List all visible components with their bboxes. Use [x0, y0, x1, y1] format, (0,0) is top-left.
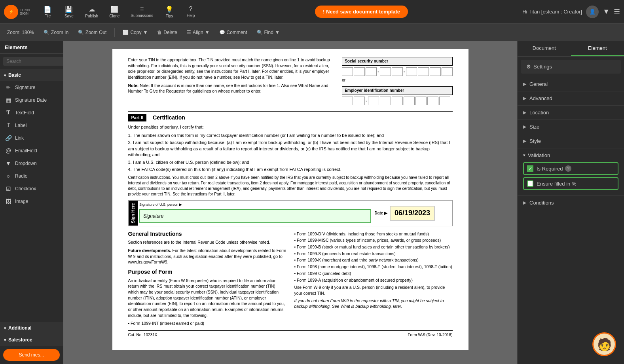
footer-left: Cat. No. 10231X [128, 332, 157, 338]
sidebar-item-radio[interactable]: ○ Radio [0, 170, 63, 182]
tin-boxes: Social security number - - [342, 57, 452, 107]
chat-bubble[interactable]: 🧑 [592, 332, 616, 356]
save-button[interactable]: 💾 Save [59, 4, 79, 20]
sidebar-item-image[interactable]: 🖼 Image [0, 195, 63, 208]
copy-button[interactable]: ⬜ Copy ▼ [119, 28, 151, 37]
logo-icon: ⚡ [4, 5, 18, 19]
date-value[interactable]: 06/19/2023 [390, 206, 435, 220]
ssn-box-4[interactable] [380, 67, 391, 76]
zoom-out-button[interactable]: 🔍 Zoom Out [75, 28, 110, 37]
conditions-section-row[interactable]: ▶ Conditions [518, 195, 624, 210]
help-icon[interactable]: ? [565, 165, 571, 172]
ssn-box-2[interactable] [354, 67, 365, 76]
size-section-row[interactable]: ▶ Size [518, 119, 624, 134]
ssn-box-3[interactable] [366, 67, 377, 76]
ein-box-5[interactable] [392, 97, 403, 105]
ein-box-6[interactable] [404, 97, 415, 105]
part2-header-row: Part II Certification [128, 114, 453, 122]
nav-right: Hi Titan [csteam : Creator] 👤 ▼ ☰ [522, 6, 620, 18]
clone-icon: ⬜ [110, 6, 118, 13]
style-section-row[interactable]: ▶ Style [518, 134, 624, 148]
ssn-box-5[interactable] [392, 67, 403, 76]
save-template-button[interactable]: ! Need save document template [315, 6, 408, 18]
location-section-row[interactable]: ▶ Location [518, 105, 624, 119]
align-button[interactable]: ☰ Align ▼ [184, 28, 213, 37]
tips-button[interactable]: 💡 Tips [159, 4, 179, 20]
sidebar-item-textfield[interactable]: T TextField [0, 106, 63, 119]
validation-section: ▾ Validation Is Required ? Ensure filled… [518, 148, 624, 195]
tips-icon: 💡 [165, 6, 173, 13]
signature-date-icon: ▦ [5, 97, 12, 103]
submissions-button[interactable]: ≡ Submissions [126, 4, 158, 19]
sign-here-label: Sign Here [129, 201, 138, 226]
ein-box-8[interactable] [427, 97, 438, 105]
sidebar-item-checkbox[interactable]: ☑ Checkbox [0, 182, 63, 195]
cert-item-1: 1. The number shown on this form is my c… [128, 133, 453, 138]
ensure-filled-checkbox[interactable] [527, 180, 533, 187]
is-required-checkbox[interactable] [527, 165, 533, 172]
document-area: Enter your TIN in the appropriate box. T… [63, 41, 517, 364]
sidebar-item-dropdown[interactable]: ▼ Dropdown [0, 157, 63, 170]
advanced-section-row[interactable]: ▶ Advanced [518, 91, 624, 105]
ein-fields: - [342, 97, 452, 105]
ein-dash: - [366, 98, 367, 104]
ssn-box-9[interactable] [442, 67, 453, 76]
additional-section-header[interactable]: ▾ Additional [0, 322, 63, 334]
ein-box-1[interactable] [342, 97, 353, 105]
clone-button[interactable]: ⬜ Clone [104, 4, 124, 20]
ein-box-4[interactable] [380, 97, 391, 105]
send-message-button[interactable]: Send mes... [3, 349, 60, 361]
validation-title: ▾ Validation [523, 152, 618, 158]
sidebar-item-label[interactable]: T Label [0, 119, 63, 132]
cert-items: 1. The number shown on this form is my c… [128, 133, 453, 173]
ein-box-9[interactable] [439, 97, 450, 105]
copy-dropdown-icon: ▼ [143, 30, 148, 35]
find-button[interactable]: 🔍 Find ▼ [254, 28, 283, 37]
ein-box-3[interactable] [368, 97, 379, 105]
ssn-fields: - - [342, 67, 452, 76]
main-area: Elements 🔍 ▾ Basic ✏ Signature ▦ Signatu… [0, 41, 624, 364]
rc-item-3: • Form 1099-S (proceeds from real estate… [294, 251, 453, 257]
basic-section-header[interactable]: ▾ Basic [0, 69, 63, 81]
sidebar-item-link[interactable]: 🔗 Link [0, 132, 63, 144]
ein-box-7[interactable] [415, 97, 427, 105]
ssn-dash-1: - [377, 68, 379, 74]
nav-menu-button[interactable]: ☰ [614, 8, 620, 16]
settings-button[interactable]: ⚙ Settings [521, 60, 621, 74]
right-sidebar: Document Element ⚙ Settings ▶ General ▶ … [517, 41, 624, 364]
delete-button[interactable]: 🗑 Delete [154, 28, 180, 37]
sidebar-item-signature-date[interactable]: ▦ Signature Date [0, 94, 63, 106]
user-info: Hi Titan [csteam : Creator] [522, 9, 582, 15]
rc-item-0: • Form 1099-DIV (dividends, including th… [294, 231, 453, 237]
salesforce-section-header[interactable]: ▾ Salesforce [0, 334, 63, 346]
zoom-out-icon: 🔍 [78, 30, 84, 35]
ssn-box-6[interactable] [406, 67, 417, 76]
tab-document[interactable]: Document [518, 41, 571, 56]
nav-dropdown-button[interactable]: ▼ [603, 8, 610, 16]
right-tabs: Document Element [518, 41, 624, 57]
ssn-box-7[interactable] [418, 67, 429, 76]
or-text: or [342, 78, 452, 83]
textfield-icon: T [5, 110, 12, 116]
tab-element[interactable]: Element [571, 41, 624, 56]
general-section-row[interactable]: ▶ General [518, 77, 624, 91]
sidebar-item-signature[interactable]: ✏ Signature [0, 81, 63, 94]
logo-text: TITAN SIGN [20, 8, 30, 15]
ein-box-2[interactable] [354, 97, 365, 105]
sidebar-item-emailfield[interactable]: @ EmailField [0, 144, 63, 157]
help-button[interactable]: ? Help [181, 4, 201, 19]
sign-here-row: Sign Here Signature of U.S. person ▶ Sig… [128, 200, 453, 226]
signature-box[interactable]: Signature [139, 209, 371, 223]
rc-item-5: • Form 1098 (home mortgage interest), 10… [294, 264, 453, 270]
comment-button[interactable]: 💬 Comment [216, 28, 250, 37]
search-input[interactable] [3, 57, 63, 66]
salesforce-arrow: ▾ [4, 338, 6, 342]
zoom-in-button[interactable]: 🔍 Zoom In [40, 28, 72, 37]
ssn-box-8[interactable] [430, 67, 441, 76]
file-button[interactable]: 📄 File [38, 4, 57, 20]
publish-button[interactable]: ☁ Publish [80, 4, 103, 20]
footer-right: Form W-9 (Rev. 10-2018) [408, 332, 453, 338]
part2-label: Part II [128, 114, 147, 121]
sidebar-search-area: 🔍 [0, 54, 63, 69]
ssn-box-1[interactable] [342, 67, 353, 76]
